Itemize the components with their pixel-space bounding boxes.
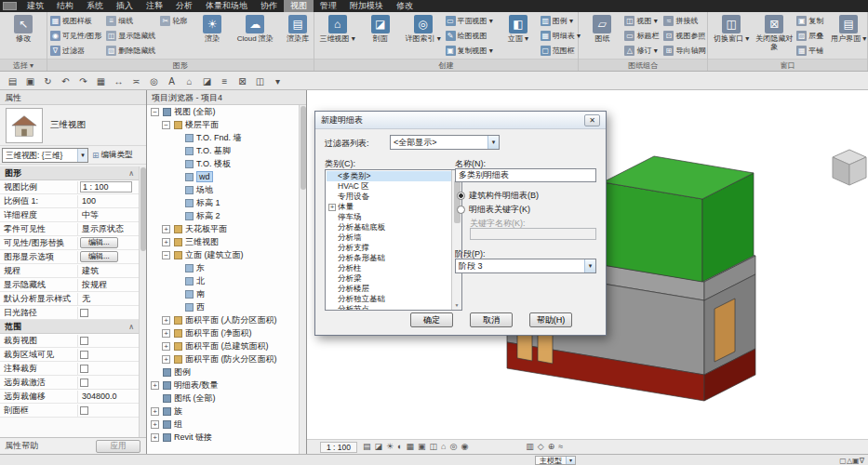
visibility-graphics-button[interactable]: ◉可见性/图形: [50, 28, 104, 43]
sync-icon[interactable]: ↻: [40, 73, 56, 88]
property-section-header[interactable]: 图形∧: [0, 166, 139, 180]
tree-item-12[interactable]: 东: [147, 261, 299, 274]
highlight-displacement-icon[interactable]: ⊕: [547, 441, 556, 452]
tab-附加模块[interactable]: 附加模块: [343, 0, 390, 12]
schedules-button[interactable]: ▦明细表 ▾: [541, 28, 583, 43]
crop-view-icon[interactable]: ▣: [417, 441, 427, 452]
render-button[interactable]: ☀渲染: [192, 13, 233, 58]
property-checkbox[interactable]: [80, 309, 88, 317]
remove-hidden-lines-button[interactable]: ▧删除隐藏线: [106, 43, 158, 58]
browser-scrollbar[interactable]: [299, 105, 306, 454]
print-icon[interactable]: ▦: [93, 73, 109, 88]
tab-插入[interactable]: 插入: [110, 0, 140, 12]
tree-item-16[interactable]: +面积平面 (人防分区面积): [147, 313, 299, 326]
thin-lines-button[interactable]: ≡细线: [106, 13, 158, 28]
tree-item-10[interactable]: +三维视图: [147, 235, 299, 248]
tree-expander-icon[interactable]: −: [151, 108, 159, 116]
plan-views-button[interactable]: ▭平面视图 ▾: [446, 13, 496, 28]
tree-item-22[interactable]: 图纸 (全部): [147, 392, 299, 405]
sun-path-icon[interactable]: ☀: [385, 441, 394, 452]
press-drag-icon[interactable]: ▣: [852, 457, 860, 465]
undo-icon[interactable]: ↶: [58, 73, 73, 88]
category-item-1[interactable]: HVAC 区: [327, 181, 461, 192]
replicate-button[interactable]: ▣复制: [796, 13, 826, 28]
elevation-button[interactable]: ◧立面 ▾: [498, 13, 539, 58]
redo-icon[interactable]: ↷: [75, 73, 91, 88]
property-value[interactable]: 100: [80, 196, 96, 206]
category-item-5[interactable]: 分析基础底板: [327, 222, 461, 232]
tree-expander-icon[interactable]: −: [162, 121, 170, 129]
tree-expander-icon[interactable]: +: [162, 316, 170, 325]
tree-item-13[interactable]: 北: [147, 274, 299, 287]
property-checkbox[interactable]: [80, 365, 88, 373]
tree-item-15[interactable]: 西: [147, 300, 299, 313]
tree-expander-icon[interactable]: +: [151, 420, 159, 429]
tree-item-19[interactable]: +面积平面 (防火分区面积): [147, 352, 299, 365]
reveal-constraints-icon[interactable]: ≈: [557, 441, 564, 452]
tree-item-1[interactable]: −楼层平面: [147, 118, 299, 131]
category-item-2[interactable]: 专用设备: [327, 192, 461, 202]
properties-help-link[interactable]: 属性帮助: [0, 440, 38, 452]
duplicate-view-button[interactable]: ▣复制视图 ▾: [446, 43, 496, 58]
view-template-button[interactable]: ▦视图样板: [50, 13, 104, 28]
revisions-button[interactable]: △修订 ▾: [624, 43, 661, 58]
tag-icon[interactable]: ◎: [146, 73, 162, 88]
scale-button[interactable]: 1 : 100: [320, 442, 357, 453]
tree-item-20[interactable]: 图例: [147, 365, 299, 379]
customize-qat-icon[interactable]: ▾: [270, 73, 286, 88]
legends-button[interactable]: ▥图例 ▾: [541, 13, 583, 28]
ok-button[interactable]: 确定: [410, 312, 453, 327]
tab-体量和场地[interactable]: 体量和场地: [199, 0, 254, 12]
property-checkbox[interactable]: [80, 379, 88, 387]
edit-type-button[interactable]: ⊞ 编辑类型: [88, 150, 144, 161]
render-gallery-button[interactable]: ▤渲染库: [277, 13, 318, 58]
shadows-icon[interactable]: ◐: [396, 441, 403, 452]
tab-建筑[interactable]: 建筑: [20, 0, 50, 12]
worksharing-display-icon[interactable]: ▥: [525, 441, 535, 452]
tab-结构[interactable]: 结构: [50, 0, 80, 12]
category-item-4[interactable]: 停车场: [327, 212, 461, 222]
tile-button[interactable]: ▦平铺: [796, 43, 826, 58]
apply-button[interactable]: 应用: [96, 440, 140, 453]
name-input[interactable]: 多类别明细表: [455, 168, 596, 182]
text-icon[interactable]: A: [164, 73, 180, 88]
category-item-11[interactable]: 分析楼层: [327, 284, 461, 294]
tree-item-21[interactable]: +明细表/数量: [147, 379, 299, 392]
thin-lines-qat-icon[interactable]: ≡: [217, 73, 233, 88]
tree-item-9[interactable]: +天花板平面: [147, 222, 299, 235]
scroll-down-icon[interactable]: ▼: [455, 300, 460, 310]
tree-expander-icon[interactable]: +: [162, 238, 170, 246]
cut-profile-button[interactable]: ✂轮廓: [160, 13, 190, 28]
switch-windows-qat-icon[interactable]: ◫: [252, 73, 268, 88]
category-expander-icon[interactable]: +: [328, 204, 336, 211]
temporary-view-properties-icon[interactable]: ◇: [537, 441, 545, 452]
category-item-6[interactable]: 分析墙: [327, 232, 461, 243]
tree-item-6[interactable]: 场地: [147, 183, 299, 196]
property-checkbox[interactable]: [80, 406, 88, 415]
show-crop-region-icon[interactable]: ◫: [429, 441, 439, 452]
cascade-button[interactable]: ▨层叠: [796, 28, 826, 43]
tree-expander-icon[interactable]: −: [162, 251, 170, 259]
dialog-title-bar[interactable]: 新建明细表 ✕: [315, 112, 606, 129]
tree-item-5[interactable]: wd: [147, 170, 299, 183]
close-hidden-button[interactable]: ⊠关闭隐藏对象: [754, 13, 795, 58]
matchline-button[interactable]: ≈拼接线: [663, 13, 708, 28]
tab-管理[interactable]: 管理: [314, 0, 343, 12]
tree-item-24[interactable]: +组: [147, 418, 299, 431]
view-reference-button[interactable]: ⊡视图参照: [663, 28, 708, 43]
section-button[interactable]: ◪剖面: [360, 13, 401, 58]
tree-item-17[interactable]: +面积平面 (净面积): [147, 326, 299, 339]
tab-系统[interactable]: 系统: [80, 0, 110, 12]
drawing-area[interactable]: 1 : 100 ▤◪☀◐▦▣◫⌂◎◉ ▥◇⊕≈ 新建明细表 ✕ 过滤器列表: <…: [307, 90, 868, 454]
tree-item-3[interactable]: T.O. 基脚: [147, 144, 299, 157]
user-interface-button[interactable]: ▤用户界面 ▾: [828, 13, 868, 58]
door-side[interactable]: [714, 299, 735, 362]
dialog-close-icon[interactable]: ✕: [584, 114, 600, 126]
tree-item-7[interactable]: 标高 1: [147, 196, 299, 209]
tree-item-18[interactable]: +面积平面 (总建筑面积): [147, 339, 299, 352]
type-preview[interactable]: [6, 108, 43, 143]
property-value[interactable]: 1 : 100: [80, 181, 132, 193]
view-cube[interactable]: [827, 144, 868, 189]
application-menu-icon[interactable]: [3, 2, 17, 10]
render-in-cloud-button[interactable]: ☁Cloud 渲染: [234, 13, 275, 58]
